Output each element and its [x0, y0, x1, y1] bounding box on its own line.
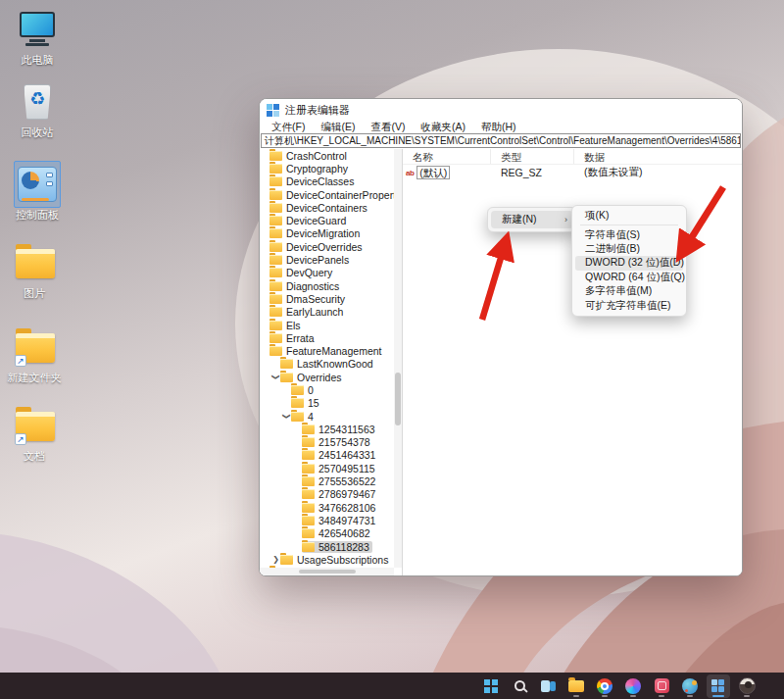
tree-item-label: 215754378 [318, 436, 370, 448]
tree-item-body: Errata [270, 332, 318, 344]
submenu-item[interactable]: 字符串值(S) [575, 227, 683, 241]
folder-icon [302, 476, 315, 486]
tree-item-body: DevicePanels [270, 254, 352, 266]
tree-item[interactable]: DeviceGuard [260, 214, 394, 226]
tree-item[interactable]: 2755536522 [260, 474, 394, 487]
tree-item[interactable]: DmaSecurity [260, 292, 394, 305]
menubar-item[interactable]: 编辑(E) [313, 121, 363, 133]
chevron-expanded-icon[interactable]: ❯ [271, 373, 280, 381]
tree-item[interactable]: 0 [260, 383, 394, 396]
tree-item[interactable]: FeatureManagement [260, 344, 394, 357]
desktop-icon-recycle-bin[interactable]: ♻回收站 [5, 80, 70, 138]
address-input[interactable]: 计算机\HKEY_LOCAL_MACHINE\SYSTEM\CurrentCon… [261, 133, 741, 148]
tree-item[interactable]: Els [260, 319, 394, 331]
submenu-item[interactable]: 二进制值(B) [575, 242, 683, 256]
submenu-item[interactable]: 可扩充字符串值(E) [575, 298, 683, 312]
tree-item[interactable]: Diagnostics [260, 279, 394, 292]
value-name-cell: ab(默认) [403, 166, 491, 179]
folder-icon [270, 255, 282, 265]
tree-item[interactable]: DeviceContainerPropertyUpda [260, 188, 394, 201]
tree-item[interactable]: 2451464331 [260, 449, 394, 462]
tree-item[interactable]: 2570495115 [260, 462, 394, 474]
column-header-name[interactable]: 名称 [403, 149, 491, 164]
tree-item[interactable]: 426540682 [260, 527, 394, 540]
folder-icon [270, 190, 282, 200]
taskbar-task-view-button[interactable] [536, 674, 560, 698]
submenu-item[interactable]: QWORD (64 位)值(Q) [575, 271, 683, 284]
menubar-item[interactable]: 查看(V) [363, 121, 413, 133]
control-panel-icon [16, 163, 59, 206]
desktop-icon-folder[interactable]: 图片 [2, 241, 67, 299]
taskbar-browser-swirl-button[interactable] [621, 674, 645, 698]
tree-item[interactable]: DeviceContainers [260, 201, 394, 214]
desktop-icon-label: 此电脑 [5, 54, 70, 66]
tree-item-body: DeviceOverrides [270, 241, 366, 253]
menubar-item[interactable]: 收藏夹(A) [413, 121, 473, 133]
tree-item[interactable]: 1254311563 [260, 423, 394, 435]
running-indicator [630, 695, 636, 697]
taskbar-search-button[interactable] [508, 674, 531, 698]
tree-item-label: 2570495115 [318, 463, 375, 474]
column-header-data[interactable]: 数据 [574, 149, 742, 164]
tree-item[interactable]: ❯Overrides [260, 371, 394, 383]
tree-item-body: Cryptography [270, 163, 351, 175]
menubar-item[interactable]: 帮助(H) [473, 121, 524, 133]
tree-item[interactable]: DeviceMigration [260, 227, 394, 240]
submenu-item[interactable]: 项(K) [575, 209, 683, 223]
tree-item[interactable]: 586118283 [260, 540, 394, 553]
desktop-icon-folder-shortcut[interactable]: ↗新建文件夹 [2, 325, 67, 383]
menubar-item[interactable]: 文件(F) [264, 121, 313, 133]
chevron-collapsed-icon[interactable]: ❯ [271, 555, 280, 564]
tree-item-label: DeviceMigration [285, 227, 360, 239]
horizontal-scroll-thumb[interactable] [299, 570, 356, 574]
tree-item[interactable]: CrashControl [260, 149, 394, 162]
value-row[interactable]: ab(默认)REG_SZ(数值未设置) [403, 165, 742, 180]
tree-item[interactable]: Errata [260, 331, 394, 344]
submenu-item[interactable]: 多字符串值(M) [575, 284, 683, 298]
tree-item-label: 0 [307, 384, 314, 396]
chevron-expanded-icon[interactable]: ❯ [282, 412, 291, 421]
tree-item[interactable]: Cryptography [260, 162, 394, 175]
folder-icon [280, 555, 293, 565]
tree-item[interactable]: EarlyLaunch [260, 306, 394, 319]
tree-item[interactable]: 3484974731 [260, 514, 394, 526]
taskbar-paint-palette-button[interactable] [678, 674, 702, 698]
window-titlebar[interactable]: 注册表编辑器 [260, 99, 742, 121]
folder-icon [270, 164, 282, 174]
desktop-icon-label: 新建文件夹 [2, 372, 67, 383]
taskbar-user-avatar-button[interactable] [735, 674, 759, 698]
tree-item[interactable]: DeviceOverrides [260, 240, 394, 253]
tree-item[interactable]: DevicePanels [260, 253, 394, 266]
tree-item[interactable]: 15 [260, 397, 394, 410]
folder-icon [270, 268, 282, 277]
taskbar-registry-editor-button[interactable] [707, 674, 730, 698]
running-indicator [573, 695, 579, 697]
desktop-icon-control-panel[interactable]: 控制面板 [5, 163, 70, 221]
taskbar-chrome-button[interactable] [593, 674, 616, 698]
registry-app-icon [267, 104, 279, 117]
submenu-item[interactable]: DWORD (32 位)值(D) [575, 256, 683, 270]
tree-item[interactable]: 2786979467 [260, 488, 394, 501]
desktop-icon-this-pc[interactable]: 此电脑 [5, 8, 70, 66]
column-header-type[interactable]: 类型 [491, 149, 574, 164]
tree-item[interactable]: 3476628106 [260, 501, 394, 514]
tree-item[interactable]: DevQuery [260, 267, 394, 279]
tree-item[interactable]: 215754378 [260, 436, 394, 449]
tree-item[interactable]: ❯4 [260, 410, 394, 423]
taskbar-file-explorer-button[interactable] [564, 674, 588, 698]
tree-item[interactable]: ❯UsageSubscriptions [260, 553, 394, 566]
vertical-scroll-thumb[interactable] [395, 373, 401, 425]
tree-item-body: 2786979467 [302, 488, 378, 500]
desktop-icon-folder-shortcut[interactable]: ↗文档 [2, 404, 67, 462]
taskbar-start-button[interactable] [479, 674, 503, 698]
menu-item-new[interactable]: 新建(N) › [491, 211, 573, 228]
value-name: (默认) [416, 166, 450, 179]
tree-item[interactable]: DeviceClasses [260, 175, 394, 188]
tree-item-body: 3484974731 [302, 515, 378, 526]
tree-vertical-scrollbar[interactable] [394, 149, 402, 568]
folder-icon [270, 176, 282, 186]
tree-horizontal-scrollbar[interactable] [260, 568, 394, 575]
tree-item[interactable]: LastKnownGood [260, 358, 394, 371]
taskbar-red-app-button[interactable] [650, 674, 673, 698]
folder-icon [302, 437, 315, 447]
